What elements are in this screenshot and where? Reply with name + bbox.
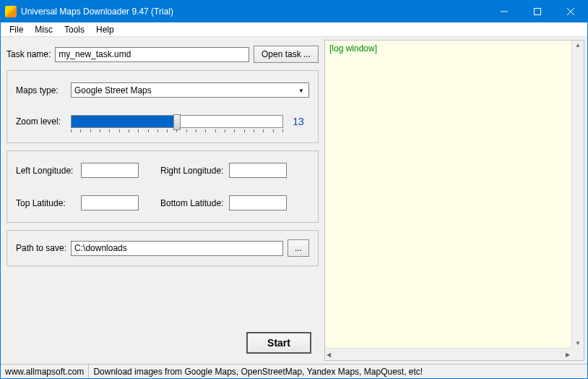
maps-type-select[interactable]: Google Street Maps ▼ — [71, 82, 309, 98]
app-window: Universal Maps Downloader 9.47 (Trial) F… — [0, 0, 588, 379]
scroll-down-icon[interactable]: ▼ — [575, 340, 581, 346]
bottom-latitude-input[interactable] — [229, 195, 287, 210]
task-row: Task name: Open task ... — [7, 46, 319, 63]
path-to-save-input[interactable] — [71, 241, 283, 256]
zoom-level-slider[interactable] — [71, 112, 283, 131]
horizontal-scrollbar[interactable]: ◀ ▶ — [325, 348, 571, 360]
scroll-corner — [571, 348, 584, 360]
menu-misc[interactable]: Misc — [29, 23, 59, 36]
open-task-button[interactable]: Open task ... — [254, 46, 319, 63]
top-latitude-input[interactable] — [81, 195, 139, 210]
maps-group: Maps type: Google Street Maps ▼ Zoom lev… — [7, 70, 319, 143]
log-window[interactable]: [log window] ▲ ▼ ◀ ▶ — [324, 40, 584, 361]
right-pane: [log window] ▲ ▼ ◀ ▶ — [324, 40, 584, 361]
top-latitude-label: Top Latitude: — [16, 198, 81, 208]
close-button[interactable] — [554, 1, 587, 22]
task-name-input[interactable] — [55, 47, 249, 62]
zoom-level-label: Zoom level: — [16, 116, 66, 127]
svg-rect-1 — [535, 9, 541, 15]
scroll-right-icon[interactable]: ▶ — [566, 352, 570, 358]
maximize-button[interactable] — [521, 1, 554, 22]
scroll-up-icon[interactable]: ▲ — [575, 42, 581, 48]
browse-path-button[interactable]: ... — [287, 239, 309, 257]
coords-group: Left Longitude: Right Longitude: Top Lat… — [7, 150, 319, 223]
menu-help[interactable]: Help — [90, 23, 120, 36]
zoom-level-value: 13 — [287, 116, 309, 127]
content-area: Task name: Open task ... Maps type: Goog… — [1, 37, 587, 364]
right-longitude-label: Right Longitude: — [160, 166, 229, 176]
path-group: Path to save: ... — [7, 230, 319, 266]
left-longitude-label: Left Longitude: — [16, 166, 81, 176]
task-name-label: Task name: — [7, 49, 51, 59]
window-title: Universal Maps Downloader 9.47 (Trial) — [21, 7, 488, 17]
bottom-latitude-label: Bottom Latitude: — [160, 198, 229, 208]
left-longitude-input[interactable] — [81, 163, 139, 178]
status-url: www.allmapsoft.com — [1, 365, 89, 378]
chevron-down-icon: ▼ — [295, 85, 307, 96]
maps-type-value: Google Street Maps — [74, 85, 152, 95]
minimize-button[interactable] — [488, 1, 521, 22]
titlebar: Universal Maps Downloader 9.47 (Trial) — [1, 1, 587, 22]
menubar: File Misc Tools Help — [1, 22, 587, 37]
statusbar: www.allmapsoft.com Download images from … — [1, 364, 587, 378]
menu-file[interactable]: File — [4, 23, 29, 36]
log-header: [log window] — [329, 43, 377, 54]
right-longitude-input[interactable] — [229, 163, 287, 178]
scroll-left-icon[interactable]: ◀ — [327, 352, 331, 358]
left-pane: Task name: Open task ... Maps type: Goog… — [4, 40, 321, 361]
app-icon — [5, 6, 17, 17]
status-message: Download images from Google Maps, OpenSt… — [89, 365, 587, 378]
menu-tools[interactable]: Tools — [59, 23, 90, 36]
path-to-save-label: Path to save: — [16, 243, 66, 253]
start-button[interactable]: Start — [246, 332, 311, 354]
maps-type-label: Maps type: — [16, 85, 66, 95]
vertical-scrollbar[interactable]: ▲ ▼ — [571, 41, 584, 348]
